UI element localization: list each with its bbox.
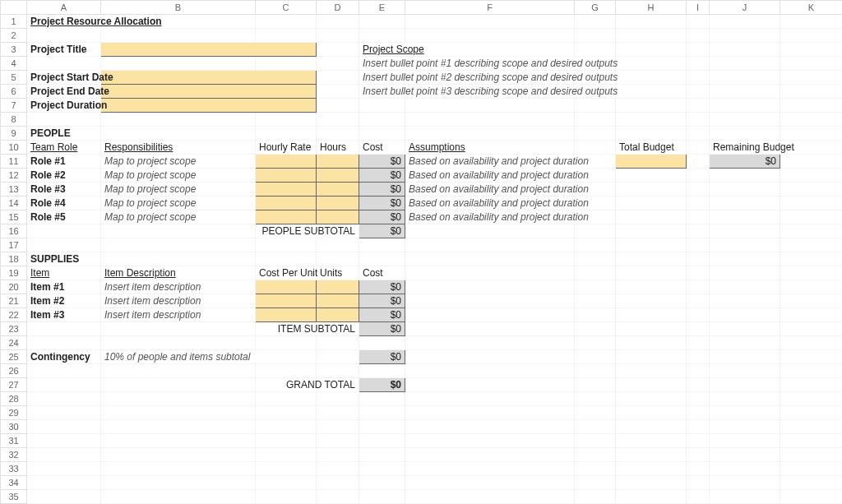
cell-E27[interactable]: $0 [359,378,405,392]
cell-J18[interactable] [710,252,780,266]
cell-E14[interactable]: $0 [359,197,405,210]
cell-I27[interactable] [687,378,710,392]
cell-G24[interactable] [575,336,616,350]
cell-D23[interactable]: ITEM SUBTOTAL [256,322,359,336]
cell-C35[interactable] [256,490,317,504]
cell-A2[interactable] [27,29,101,43]
cell-B14[interactable]: Map to project scope [101,197,256,210]
cell-G32[interactable] [575,448,616,462]
cell-I8[interactable] [687,113,710,127]
cell-I31[interactable] [687,434,710,448]
cell-G30[interactable] [575,420,616,434]
cell-C32[interactable] [256,448,317,462]
cell-I25[interactable] [687,350,710,364]
cell-J21[interactable] [710,294,780,308]
cell-G34[interactable] [575,476,616,490]
cell-B8[interactable] [101,113,256,127]
cell-K27[interactable] [780,378,843,392]
cell-A29[interactable] [27,406,101,420]
cell-F23[interactable] [405,322,575,336]
cell-F2[interactable] [405,29,575,43]
cell-A35[interactable] [27,490,101,504]
cell-F9[interactable] [405,127,575,141]
row-header-33[interactable]: 33 [1,462,27,476]
cell-K6[interactable] [780,85,843,99]
cell-J26[interactable] [710,364,780,378]
cell-K14[interactable] [780,197,843,210]
cell-G9[interactable] [575,127,616,141]
cell-I33[interactable] [687,462,710,476]
cell-H31[interactable] [616,434,687,448]
cell-D32[interactable] [317,448,359,462]
cell-B27[interactable] [101,378,256,392]
row-header-5[interactable]: 5 [1,71,27,85]
cell-E30[interactable] [359,420,405,434]
cell-K29[interactable] [780,406,843,420]
cell-H32[interactable] [616,448,687,462]
cell-B6[interactable] [101,85,317,99]
cell-E23[interactable]: $0 [359,322,405,336]
cell-G26[interactable] [575,364,616,378]
cell-J8[interactable] [710,113,780,127]
cell-A10[interactable]: Team Role [27,141,101,155]
cell-C2[interactable] [256,29,317,43]
cell-B2[interactable] [101,29,256,43]
cell-F17[interactable] [405,238,575,252]
cell-C19[interactable]: Cost Per Unit [256,266,317,280]
cell-G27[interactable] [575,378,616,392]
cell-K2[interactable] [780,29,843,43]
cell-E10[interactable]: Cost [359,141,405,155]
cell-K3[interactable] [780,43,843,57]
cell-B26[interactable] [101,364,256,378]
cell-C8[interactable] [256,113,317,127]
cell-F28[interactable] [405,392,575,406]
cell-A20[interactable]: Item #1 [27,280,101,294]
cell-K13[interactable] [780,183,843,197]
cell-E17[interactable] [359,238,405,252]
cell-I22[interactable] [687,308,710,322]
cell-G16[interactable] [575,224,616,238]
cell-D30[interactable] [317,420,359,434]
row-header-18[interactable]: 18 [1,252,27,266]
cell-E32[interactable] [359,448,405,462]
cell-J33[interactable] [710,462,780,476]
cell-C4[interactable] [256,57,317,71]
cell-J14[interactable] [710,197,780,210]
cell-H16[interactable] [616,224,687,238]
cell-K35[interactable] [780,490,843,504]
cell-C34[interactable] [256,476,317,490]
cell-G29[interactable] [575,406,616,420]
cell-G23[interactable] [575,322,616,336]
cell-E35[interactable] [359,490,405,504]
row-header-23[interactable]: 23 [1,322,27,336]
cell-D22[interactable] [317,308,359,322]
cell-C12[interactable] [256,169,317,183]
cell-J13[interactable] [710,183,780,197]
row-header-15[interactable]: 15 [1,210,27,224]
cell-A32[interactable] [27,448,101,462]
cell-K16[interactable] [780,224,843,238]
cell-B24[interactable] [101,336,256,350]
cell-J6[interactable] [710,85,780,99]
row-header-17[interactable]: 17 [1,238,27,252]
cell-K34[interactable] [780,476,843,490]
cell-I7[interactable] [687,99,710,113]
row-header-1[interactable]: 1 [1,15,27,29]
cell-F32[interactable] [405,448,575,462]
cell-I3[interactable] [687,43,710,57]
cell-B23[interactable] [101,322,256,336]
row-header-29[interactable]: 29 [1,406,27,420]
cell-I23[interactable] [687,322,710,336]
col-header-E[interactable]: E [359,1,405,15]
cell-A24[interactable] [27,336,101,350]
cell-E9[interactable] [359,127,405,141]
cell-I4[interactable] [687,57,710,71]
cell-G33[interactable] [575,462,616,476]
cell-K22[interactable] [780,308,843,322]
col-header-H[interactable]: H [616,1,687,15]
cell-H10[interactable]: Total Budget [616,141,687,155]
cell-E12[interactable]: $0 [359,169,405,183]
cell-A27[interactable] [27,378,101,392]
cell-D35[interactable] [317,490,359,504]
cell-A7[interactable]: Project Duration [27,99,101,113]
